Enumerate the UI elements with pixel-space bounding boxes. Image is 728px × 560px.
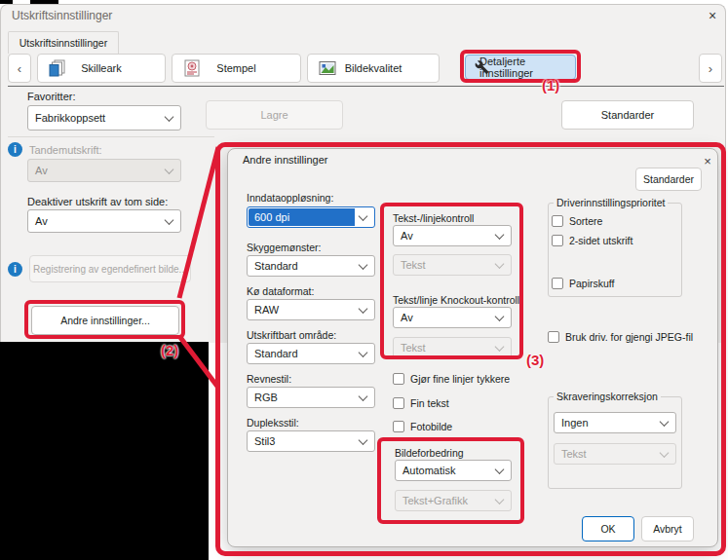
text-line-control-sub-select: Tekst bbox=[393, 254, 512, 276]
checkbox-label: Fin tekst bbox=[410, 397, 449, 409]
checkbox-icon[interactable] bbox=[393, 373, 404, 385]
masked-region bbox=[30, 0, 58, 4]
blank-page-label: Deaktiver utskrift av tom side: bbox=[27, 196, 168, 207]
combo-value: Automatisk bbox=[402, 465, 455, 476]
duplex-style-label: Dupleksstil: bbox=[247, 417, 299, 429]
knockout-control-select[interactable]: Av bbox=[393, 307, 512, 328]
checkbox-label: Bruk driv. for gjengi JPEG-fil bbox=[565, 331, 693, 343]
combo-value: Standard bbox=[254, 260, 298, 272]
shade-pattern-select[interactable]: Standard bbox=[247, 255, 375, 277]
input-resolution-label: Inndataoppløsning: bbox=[247, 192, 333, 204]
checkbox-photo-image[interactable]: Fotobilde bbox=[393, 421, 452, 432]
printable-area-label: Utskriftbart område: bbox=[247, 329, 336, 341]
image-enhancement-sub-select: Tekst+Grafikk bbox=[395, 490, 512, 511]
chevron-down-icon bbox=[359, 435, 368, 445]
image-icon bbox=[319, 59, 336, 77]
text-line-control-label: Tekst-/linjekontroll bbox=[393, 212, 474, 224]
checkbox-icon[interactable] bbox=[552, 278, 563, 289]
info-glyph: i bbox=[14, 144, 17, 155]
combo-value: 600 dpi bbox=[254, 211, 289, 223]
checkbox-label: Sortere bbox=[569, 215, 602, 227]
other-settings-button[interactable]: Andre innstillinger... bbox=[31, 306, 179, 335]
printable-area-select[interactable]: Standard bbox=[247, 343, 375, 364]
toolbar-button-label: Stempel bbox=[216, 62, 255, 74]
custom-image-registration-button[interactable]: Registrering av egendefinert bilde... bbox=[29, 255, 191, 282]
window-close-button[interactable]: × bbox=[700, 4, 725, 27]
chevron-down-icon bbox=[495, 342, 505, 352]
defaults-button[interactable]: Standarder bbox=[561, 100, 694, 130]
checkbox-jpeg-render[interactable]: Bruk driv. for gjengi JPEG-fil bbox=[548, 331, 693, 343]
section-divider bbox=[8, 136, 214, 137]
toolbar-button-stempel[interactable]: Stempel bbox=[172, 54, 301, 83]
checkbox-icon[interactable] bbox=[393, 397, 404, 409]
driver-priority-group-label: Driverinnstillingsprioritet bbox=[554, 197, 668, 208]
hatching-correction-select[interactable]: Ingen bbox=[554, 412, 676, 433]
toolbar-button-skilleark[interactable]: Skilleark bbox=[37, 54, 166, 83]
chevron-down-icon bbox=[359, 348, 368, 357]
combo-value: Av bbox=[401, 230, 413, 242]
toolbar-button-label: Skilleark bbox=[81, 62, 122, 74]
toolbar-divider bbox=[8, 86, 724, 87]
info-icon: i bbox=[8, 262, 22, 277]
checkbox-thicken-fine-lines[interactable]: Gjør fine linjer tykkere bbox=[393, 373, 510, 385]
checkbox-paper-tray[interactable]: Papirskuff bbox=[552, 278, 615, 289]
chevron-down-icon bbox=[495, 259, 505, 269]
checkbox-label: 2-sidet utskrift bbox=[569, 235, 632, 246]
checkbox-icon[interactable] bbox=[552, 215, 563, 227]
favorites-label: Favoritter: bbox=[27, 91, 76, 102]
checkbox-two-sided[interactable]: 2-sidet utskrift bbox=[552, 235, 632, 246]
chevron-down-icon bbox=[165, 112, 174, 122]
close-icon: × bbox=[709, 8, 716, 23]
chevron-down-icon bbox=[495, 230, 505, 240]
tandem-select: Av bbox=[27, 159, 181, 182]
hatching-correction-sub-select: Tekst bbox=[554, 443, 676, 465]
save-button[interactable]: Lagre bbox=[206, 100, 343, 130]
toolbar-prev-button[interactable]: ‹ bbox=[8, 54, 31, 83]
text-line-control-select[interactable]: Av bbox=[393, 225, 512, 246]
toolbar-button-bildekvalitet[interactable]: Bildekvalitet bbox=[307, 54, 440, 83]
input-resolution-select[interactable]: 600 dpi bbox=[247, 206, 375, 228]
rip-style-select[interactable]: RGB bbox=[247, 387, 375, 408]
pages-icon bbox=[49, 59, 66, 77]
toolbar-button-detaljerte-innstillinger[interactable]: Detaljerte innstillinger bbox=[465, 55, 576, 80]
combo-value: Tekst bbox=[401, 342, 426, 354]
dialog-title: Andre innstillinger bbox=[243, 154, 327, 166]
chevron-down-icon bbox=[359, 260, 368, 270]
toolbar-next-button[interactable]: › bbox=[699, 54, 722, 83]
info-icon: i bbox=[8, 142, 22, 157]
combo-value: Fabrikkoppsett bbox=[35, 112, 105, 124]
chevron-down-icon bbox=[660, 448, 670, 458]
stamp-icon bbox=[183, 59, 201, 77]
image-enhancement-select[interactable]: Automatisk bbox=[395, 460, 512, 481]
masked-region bbox=[0, 342, 209, 560]
tab-label: Utskriftsinnstillinger bbox=[19, 37, 107, 49]
hatching-correction-group-label: Skraveringskorreksjon bbox=[554, 391, 661, 402]
checkbox-fine-text[interactable]: Fin tekst bbox=[393, 397, 449, 409]
chevron-right-icon: › bbox=[709, 61, 712, 76]
combo-value: Standard bbox=[254, 348, 298, 359]
duplex-style-select[interactable]: Stil3 bbox=[247, 430, 375, 452]
spool-data-format-select[interactable]: RAW bbox=[247, 299, 375, 320]
chevron-down-icon bbox=[359, 304, 368, 314]
image-enhancement-label: Bildeforbedring bbox=[395, 447, 464, 459]
favorites-select[interactable]: Fabrikkoppsett bbox=[27, 105, 181, 131]
ok-button[interactable]: OK bbox=[582, 516, 634, 541]
shade-pattern-label: Skyggemønster: bbox=[247, 242, 321, 253]
checkbox-icon[interactable] bbox=[393, 421, 404, 432]
chevron-down-icon bbox=[165, 215, 174, 225]
dialog-defaults-button[interactable]: Standarder bbox=[635, 168, 702, 191]
checkbox-icon[interactable] bbox=[548, 331, 559, 343]
tab-utskriftsinnstillinger[interactable]: Utskriftsinnstillinger bbox=[8, 31, 119, 54]
window-title: Utskriftsinnstillinger bbox=[12, 9, 112, 22]
toolbar-button-label: Bildekvalitet bbox=[345, 62, 402, 74]
blank-page-select[interactable]: Av bbox=[27, 209, 181, 233]
combo-value: Stil3 bbox=[254, 435, 275, 447]
cancel-button[interactable]: Avbryt bbox=[641, 516, 694, 541]
combo-value: RAW bbox=[254, 304, 279, 316]
checkbox-collate[interactable]: Sortere bbox=[552, 215, 602, 227]
wrench-icon bbox=[475, 60, 489, 75]
checkbox-icon[interactable] bbox=[552, 235, 563, 246]
ok-button-label: OK bbox=[600, 523, 615, 535]
combo-value: RGB bbox=[254, 392, 278, 403]
chevron-down-icon bbox=[359, 392, 368, 401]
